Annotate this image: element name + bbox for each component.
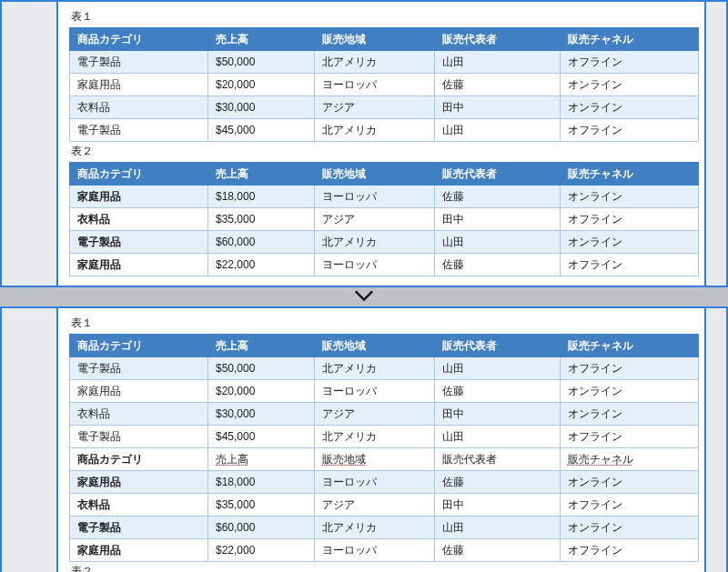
table-cell: 電子製品 — [70, 357, 208, 380]
column-header: 販売代表者 — [434, 335, 560, 357]
table-cell: 田中 — [434, 403, 560, 426]
table-cell: $60,000 — [208, 231, 315, 254]
table-row: 家庭用品$20,000ヨーロッパ佐藤オンライン — [70, 380, 699, 403]
table-cell: オンライン — [560, 74, 698, 96]
table-cell: 山田 — [434, 51, 560, 74]
table-cell: 販売代表者 — [434, 448, 560, 471]
caption-table1-after: 表１ — [71, 316, 699, 331]
column-header: 商品カテゴリ — [70, 335, 208, 357]
merged-table-section-b: 家庭用品$18,000ヨーロッパ佐藤オンライン衣料品$35,000アジア田中オフ… — [70, 471, 699, 562]
table-cell: $50,000 — [208, 51, 315, 74]
table-cell: 佐藤 — [434, 186, 560, 208]
table-cell: ヨーロッパ — [315, 539, 434, 562]
table-row: 電子製品$60,000北アメリカ山田オンライン — [70, 231, 699, 254]
table-cell: オフライン — [560, 119, 698, 142]
table-cell: $22,000 — [208, 539, 315, 562]
table-cell: 電子製品 — [70, 426, 208, 448]
table-cell: 佐藤 — [434, 380, 560, 403]
table-cell: オフライン — [560, 539, 698, 562]
gutter-left — [2, 2, 58, 286]
gutter-left — [2, 308, 58, 572]
table1-body: 電子製品$50,000北アメリカ山田オフライン家庭用品$20,000ヨーロッパ佐… — [70, 51, 699, 142]
table-cell: 北アメリカ — [315, 51, 434, 74]
table-cell: オンライン — [560, 380, 698, 403]
table-cell: アジア — [315, 494, 434, 517]
column-header: 商品カテゴリ — [70, 28, 208, 51]
merged-mid-header-row: 商品カテゴリ売上高販売地域販売代表者販売チャネル — [70, 448, 699, 471]
table-cell: $45,000 — [208, 426, 315, 448]
table-cell: 家庭用品 — [70, 539, 208, 562]
merged-table: 商品カテゴリ売上高販売地域販売代表者販売チャネル 電子製品$50,000北アメリ… — [69, 334, 699, 562]
table-row: 衣料品$30,000アジア田中オンライン — [70, 403, 699, 426]
table2-body: 家庭用品$18,000ヨーロッパ佐藤オンライン衣料品$35,000アジア田中オフ… — [70, 186, 699, 276]
table-cell: オンライン — [560, 517, 698, 539]
table-cell: $30,000 — [208, 403, 315, 426]
table-row: 電子製品$45,000北アメリカ山田オフライン — [70, 119, 699, 142]
column-header: 商品カテゴリ — [70, 163, 208, 186]
table-cell: オンライン — [560, 231, 698, 254]
table-cell: 北アメリカ — [315, 517, 434, 539]
table-row: 衣料品$35,000アジア田中オフライン — [70, 208, 699, 231]
table-cell: ヨーロッパ — [315, 471, 434, 494]
table-cell: 北アメリカ — [315, 357, 434, 380]
table-cell: 田中 — [434, 208, 560, 231]
table-cell: アジア — [315, 403, 434, 426]
table-cell: $35,000 — [208, 494, 315, 517]
table-cell: 山田 — [434, 231, 560, 254]
table-row: 電子製品$50,000北アメリカ山田オフライン — [70, 357, 699, 380]
table-cell: $45,000 — [208, 119, 315, 142]
table-cell: オフライン — [560, 208, 698, 231]
table-cell: オンライン — [560, 96, 698, 119]
caption-table2: 表２ — [71, 144, 699, 159]
table-row: 家庭用品$18,000ヨーロッパ佐藤オンライン — [70, 186, 699, 208]
table-cell: 佐藤 — [434, 539, 560, 562]
table-cell: 衣料品 — [70, 208, 208, 231]
table-cell: 電子製品 — [70, 51, 208, 74]
table-cell: 家庭用品 — [70, 186, 208, 208]
table-cell: 電子製品 — [70, 119, 208, 142]
table-row: 衣料品$35,000アジア田中オフライン — [70, 494, 699, 517]
table-cell: 佐藤 — [434, 254, 560, 276]
merged-table-header: 商品カテゴリ売上高販売地域販売代表者販売チャネル — [70, 335, 699, 357]
column-header: 販売代表者 — [434, 163, 560, 186]
table1: 商品カテゴリ売上高販売地域販売代表者販売チャネル 電子製品$50,000北アメリ… — [69, 27, 699, 142]
column-header: 売上高 — [208, 163, 315, 186]
caption-table2-after: 表２ — [71, 564, 699, 572]
table-cell: オンライン — [560, 403, 698, 426]
table-cell: オフライン — [560, 254, 698, 276]
table-cell: 田中 — [434, 96, 560, 119]
table-row: 家庭用品$22,000ヨーロッパ佐藤オフライン — [70, 254, 699, 276]
table-row: 電子製品$60,000北アメリカ山田オンライン — [70, 517, 699, 539]
table-cell: オンライン — [560, 186, 698, 208]
table-cell: 山田 — [434, 517, 560, 539]
column-header: 販売チャネル — [560, 163, 698, 186]
table-cell: オフライン — [560, 357, 698, 380]
table-cell: $60,000 — [208, 517, 315, 539]
table-cell: 山田 — [434, 426, 560, 448]
column-header: 販売地域 — [315, 335, 434, 357]
panel-after: 表１ 商品カテゴリ売上高販売地域販売代表者販売チャネル 電子製品$50,000北… — [0, 306, 728, 572]
table1-header: 商品カテゴリ売上高販売地域販売代表者販売チャネル — [70, 28, 699, 51]
table-cell: 家庭用品 — [70, 380, 208, 403]
table-cell: 衣料品 — [70, 96, 208, 119]
table-cell: ヨーロッパ — [315, 380, 434, 403]
table-cell: オフライン — [560, 426, 698, 448]
table-row: 電子製品$45,000北アメリカ山田オフライン — [70, 426, 699, 448]
table-cell: 販売チャネル — [560, 448, 698, 471]
table2: 商品カテゴリ売上高販売地域販売代表者販売チャネル 家庭用品$18,000ヨーロッ… — [69, 162, 699, 276]
table-cell: ヨーロッパ — [315, 254, 434, 276]
table-cell: アジア — [315, 208, 434, 231]
table-cell: 山田 — [434, 357, 560, 380]
table-cell: 販売地域 — [315, 448, 434, 471]
chevron-down-icon — [354, 292, 374, 305]
table-cell: $18,000 — [208, 471, 315, 494]
table-cell: 家庭用品 — [70, 74, 208, 96]
table-cell: $35,000 — [208, 208, 315, 231]
table-row: 家庭用品$18,000ヨーロッパ佐藤オンライン — [70, 471, 699, 494]
gutter-right — [704, 2, 726, 286]
table-cell: 衣料品 — [70, 494, 208, 517]
column-header: 販売地域 — [315, 28, 434, 51]
table-cell: $20,000 — [208, 380, 315, 403]
table-cell: 衣料品 — [70, 403, 208, 426]
table-cell: 佐藤 — [434, 74, 560, 96]
